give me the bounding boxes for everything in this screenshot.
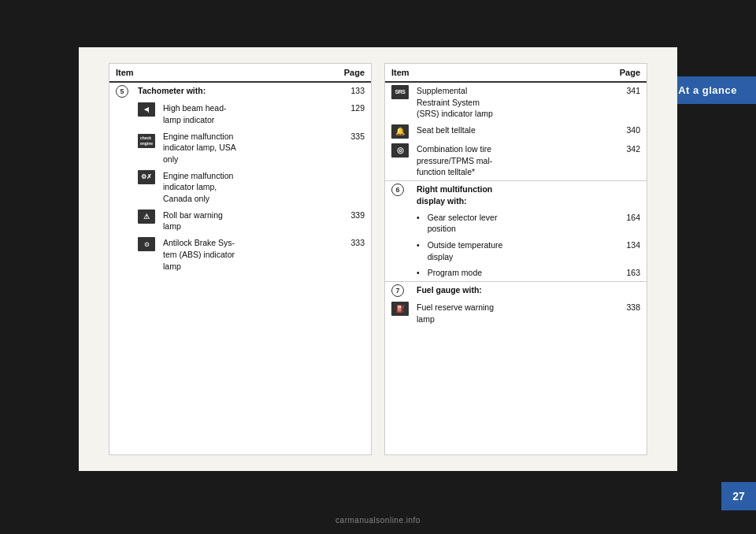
right-col-page: Page [584,64,647,82]
check-engine-canada-icon: ⚙✗ [138,170,155,184]
right-col-item: Item [385,64,584,82]
table-row: ⛽ Fuel reserve warninglamp 338 [385,299,647,327]
section-number-5: 5 [116,85,128,98]
left-table: Item Page 5 Tachometer with: 133 [109,63,372,455]
icon-cell-check-canada: ⚙✗ [132,168,157,207]
abs-icon: ⊙ [138,237,155,251]
fuel-icon: ⛽ [391,302,409,316]
icon-cell-check-usa: checkengine [132,128,157,168]
right-multifunction-page [584,181,647,210]
outside-temp-page: 134 [584,237,647,265]
highbeam-icon: ◀| [138,102,155,117]
table-row: 🔔 Seat belt telltale 340 [385,122,647,141]
table-row: ⚠ Roll bar warninglamp 339 [109,207,371,235]
section-number-cell-6: 6 [385,181,410,210]
bullet-program: • [410,265,421,281]
srs-page: 341 [584,82,647,122]
left-col-page: Page [311,64,371,82]
table-row: ⚙✗ Engine malfunctionindicator lamp,Cana… [109,168,371,207]
table-row: 6 Right multifunctiondisplay with: [385,181,647,210]
section-number-cell-7: 7 [385,281,410,299]
table-row: • Outside temperaturedisplay 134 [385,237,647,265]
content-area: Item Page 5 Tachometer with: 133 [79,47,677,471]
icon-cell-abs: ⊙ [132,235,157,274]
program-mode-page: 163 [584,265,647,281]
tables-container: Item Page 5 Tachometer with: 133 [79,47,677,471]
icon-cell-rollbar: ⚠ [132,207,157,235]
fuel-reserve-label: Fuel reserve warninglamp [410,299,584,327]
table-row: ◀| High beam head-lamp indicator 129 [109,100,371,128]
table-row: ◎ Combination low tirepressure/TPMS mal-… [385,141,647,181]
rollbar-page: 339 [311,207,371,235]
bullet-gear: • [410,210,421,237]
icon-cell-srs: SRS [385,82,410,122]
tpms-icon: ◎ [391,143,409,158]
table-row: ⊙ Antilock Brake Sys-tem (ABS) indicator… [109,235,371,274]
section-number-6: 6 [391,184,404,196]
check-engine-canada-page [311,168,371,207]
table-row: checkengine Engine malfunctionindicator … [109,128,371,168]
fuel-gauge-page [584,281,647,299]
srs-icon: SRS [391,85,409,99]
seatbelt-icon: 🔔 [391,124,409,139]
fuel-reserve-page: 338 [584,299,647,327]
section-label: Tachometer with: [132,82,311,100]
abs-label: Antilock Brake Sys-tem (ABS) indicatorla… [157,235,311,274]
gear-selector-page: 164 [584,210,647,237]
check-engine-usa-label: Engine malfunctionindicator lamp, USAonl… [157,128,311,168]
table-row: • Program mode 163 [385,265,647,281]
check-engine-icon: checkengine [138,134,155,148]
left-col-item: Item [109,64,311,82]
right-multifunction-label: Right multifunctiondisplay with: [410,181,584,210]
check-engine-canada-label: Engine malfunctionindicator lamp,Canada … [157,168,311,207]
rollbar-icon: ⚠ [138,210,155,224]
tpms-page: 342 [584,141,647,181]
srs-label: SupplementalRestraint System(SRS) indica… [410,82,584,122]
page-number: 27 [721,482,756,510]
tpms-label: Combination low tirepressure/TPMS mal-fu… [410,141,584,181]
table-row: SRS SupplementalRestraint System(SRS) in… [385,82,647,122]
seatbelt-page: 340 [584,122,647,141]
table-row: 5 Tachometer with: 133 [109,82,371,100]
rollbar-label: Roll bar warninglamp [157,207,311,235]
program-mode-label: Program mode [421,265,585,281]
icon-cell-tpms: ◎ [385,141,410,181]
abs-page: 333 [311,235,371,274]
highbeam-label: High beam head-lamp indicator [157,100,311,128]
icon-cell-fuel: ⛽ [385,299,410,327]
highbeam-page: 129 [311,100,371,128]
right-table: Item Page SRS SupplementalRestraint Syst… [384,63,647,455]
watermark: carmanualsonline.info [0,516,756,525]
section-number-cell: 5 [109,82,132,100]
bullet-temp: • [410,237,421,265]
gear-selector-label: Gear selector leverposition [421,210,585,237]
table-row: • Gear selector leverposition 164 [385,210,647,237]
table-row: 7 Fuel gauge with: [385,281,647,299]
seatbelt-label: Seat belt telltale [410,122,584,141]
icon-cell-highbeam: ◀| [132,100,157,128]
fuel-gauge-label: Fuel gauge with: [410,281,584,299]
outside-temp-label: Outside temperaturedisplay [421,237,585,265]
icon-cell-belt: 🔔 [385,122,410,141]
check-engine-usa-page: 335 [311,128,371,168]
section-number-7: 7 [391,284,404,297]
section-page: 133 [311,82,371,100]
